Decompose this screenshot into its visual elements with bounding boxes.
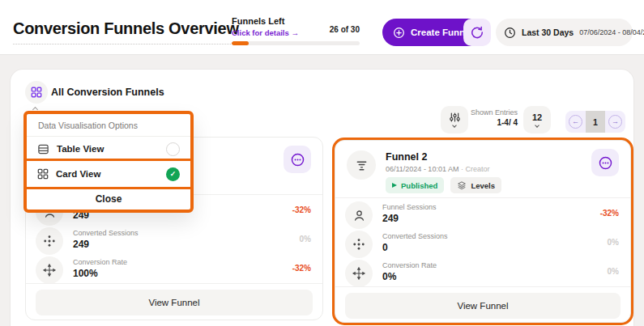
metric-converted-sessions: Converted Sessions 249 0% xyxy=(36,227,313,256)
grid-icon xyxy=(31,87,42,98)
move-arrows-icon xyxy=(36,256,63,284)
metric-funnel-sessions: Funnel Sessions 249 -32% xyxy=(345,201,621,230)
table-icon xyxy=(37,143,49,155)
chevron-down-icon xyxy=(535,123,540,128)
delta-badge: -32% xyxy=(292,264,311,273)
shown-entries-label: Shown Entries xyxy=(454,108,518,116)
funnels-left-count: 26 of 30 xyxy=(330,25,360,34)
metric-converted-sessions: Converted Sessions 0 0% xyxy=(345,230,621,259)
date-preset-label: Last 30 Days xyxy=(522,28,574,37)
funnel-subtitle: 06/11/2024 - 10:01 AM · Creator xyxy=(386,165,489,173)
funnels-left-widget: Funnels Left Click for details → 26 of 3… xyxy=(232,16,360,45)
move-arrows-icon xyxy=(345,260,373,287)
next-page-button[interactable]: → xyxy=(605,111,625,133)
metric-conversion-rate: Conversion Rate 0% 0% xyxy=(345,259,621,288)
radio-selected-check-icon[interactable]: ✓ xyxy=(166,167,180,181)
delta-badge: 0% xyxy=(300,235,311,243)
date-range-picker[interactable]: Last 30 Days 07/06/2024 - 08/04/2024 xyxy=(496,19,633,46)
funnels-left-label: Funnels Left xyxy=(232,16,299,26)
page-title: Conversion Funnels Overview xyxy=(13,19,239,44)
view-funnel-button[interactable]: View Funnel xyxy=(36,290,313,315)
section-title: All Conversion Funnels xyxy=(51,87,164,98)
funnels-progress-track xyxy=(232,41,360,45)
grid-icon xyxy=(37,168,49,180)
funnel-icon xyxy=(347,150,376,180)
data-visualisation-popup: Data Visualisation Options Table View Ca… xyxy=(23,111,194,213)
levels-badge: Levels xyxy=(450,177,501,193)
ellipsis-circle-icon xyxy=(598,155,613,171)
refresh-icon xyxy=(471,26,484,39)
funnel-title: Funnel 2 xyxy=(386,151,427,163)
arrow-left-icon: ← xyxy=(569,115,582,129)
refresh-button[interactable] xyxy=(463,19,491,46)
app-root: Conversion Funnels Overview Funnels Left… xyxy=(0,0,644,326)
prev-page-button[interactable]: ← xyxy=(565,111,586,133)
shown-entries-value: 1-4/ 4 xyxy=(454,118,518,127)
delta-badge: -32% xyxy=(292,205,311,214)
play-icon xyxy=(392,183,397,188)
popup-title: Data Visualisation Options xyxy=(27,114,190,136)
funnels-progress-fill xyxy=(232,41,249,45)
ellipsis-circle-icon xyxy=(290,152,305,167)
layers-icon xyxy=(457,180,467,190)
date-range-value: 07/06/2024 - 08/04/2024 xyxy=(579,28,644,36)
top-header: Conversion Funnels Overview Funnels Left… xyxy=(0,0,644,55)
popup-close-button[interactable]: Close xyxy=(27,188,190,210)
card-menu-button[interactable] xyxy=(591,149,619,176)
option-card-view[interactable]: Card View ✓ xyxy=(27,161,190,187)
card-menu-button[interactable] xyxy=(284,146,311,173)
page-size-value: 12 xyxy=(532,113,542,122)
arrow-right-icon: → xyxy=(608,115,622,129)
view-funnel-button[interactable]: View Funnel xyxy=(345,293,621,319)
status-badge: Published xyxy=(386,177,444,193)
option-table-view[interactable]: Table View xyxy=(27,137,190,161)
delta-badge: 0% xyxy=(608,238,619,247)
metric-conversion-rate: Conversion Rate 100% -32% xyxy=(36,256,313,285)
clock-icon xyxy=(504,27,516,39)
nodes-icon xyxy=(36,227,63,255)
funnel-card-2: Funnel 2 06/11/2024 - 10:01 AM · Creator… xyxy=(335,140,631,323)
funnels-left-details-link[interactable]: Click for details → xyxy=(232,28,299,37)
delta-badge: 0% xyxy=(608,267,619,276)
current-page-button[interactable]: 1 xyxy=(586,111,605,133)
plus-circle-icon xyxy=(393,27,405,39)
person-icon xyxy=(345,201,373,229)
view-options-trigger[interactable] xyxy=(25,81,48,104)
radio-unselected[interactable] xyxy=(166,142,180,156)
nodes-icon xyxy=(345,231,373,258)
delta-badge: -32% xyxy=(600,209,619,218)
pagination: ← 1 → xyxy=(565,111,625,133)
badges-row: Published Levels xyxy=(386,177,501,193)
page-size-select[interactable]: 12 xyxy=(523,106,551,133)
creator-label: · Creator xyxy=(461,165,490,173)
shown-entries: Shown Entries 1-4/ 4 xyxy=(454,108,518,127)
